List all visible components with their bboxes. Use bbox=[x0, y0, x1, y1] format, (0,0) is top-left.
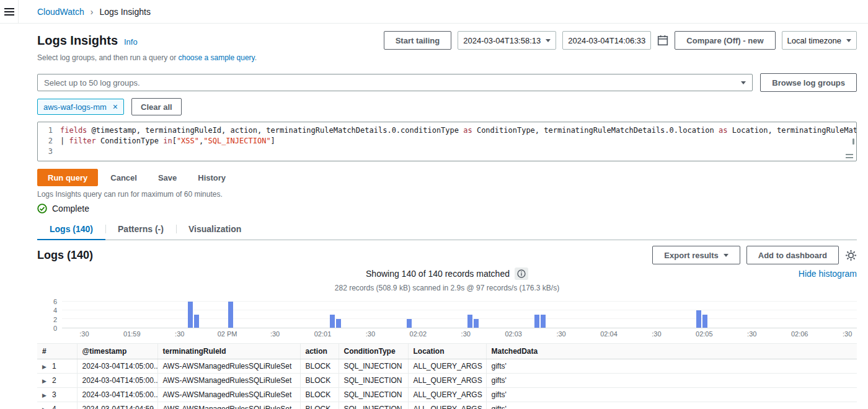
x-tick-label: :30 bbox=[556, 330, 565, 338]
clear-all-button[interactable]: Clear all bbox=[131, 98, 182, 115]
save-button[interactable]: Save bbox=[149, 169, 185, 186]
editor-scrollbar-thumb[interactable] bbox=[852, 138, 854, 145]
date-range-start-value: 2024-03-04T13:58:13 bbox=[463, 36, 541, 45]
column-header-terminatingruleid[interactable]: terminatingRuleId bbox=[157, 344, 300, 359]
histogram-bar[interactable] bbox=[534, 315, 539, 328]
breadcrumb-logs-insights[interactable]: Logs Insights bbox=[99, 7, 151, 17]
x-tick-label: :30 bbox=[747, 330, 756, 338]
breadcrumb-cloudwatch[interactable]: CloudWatch bbox=[37, 7, 84, 17]
row-expander-icon[interactable]: ▶ bbox=[42, 378, 46, 384]
start-tailing-button[interactable]: Start tailing bbox=[384, 31, 452, 50]
x-tick-label: :30 bbox=[79, 330, 89, 338]
tab-visualization[interactable]: Visualization bbox=[176, 218, 254, 240]
row-expander-icon[interactable]: ▶ bbox=[42, 364, 46, 370]
query-line[interactable]: 3 bbox=[38, 146, 856, 157]
query-status: Complete bbox=[37, 204, 857, 213]
table-row[interactable]: ▶42024-03-04T14:04:59...AWS-AWSManagedRu… bbox=[37, 402, 857, 409]
histogram-bar[interactable] bbox=[228, 302, 233, 328]
column-header-timestamp[interactable]: @timestamp bbox=[77, 344, 157, 359]
log-group-token-label: aws-waf-logs-mm bbox=[43, 102, 107, 112]
x-tick-label: :30 bbox=[366, 330, 375, 338]
log-group-token: aws-waf-logs-mm × bbox=[37, 99, 124, 115]
histogram-bar[interactable] bbox=[336, 319, 341, 328]
calendar-icon bbox=[657, 35, 668, 46]
x-tick-label: 02:03 bbox=[505, 330, 522, 338]
table-row[interactable]: ▶12024-03-04T14:05:00...AWS-AWSManagedRu… bbox=[37, 359, 857, 374]
x-tick-label: :30 bbox=[843, 330, 852, 338]
date-range-end-value: 2024-03-04T14:06:33 bbox=[568, 36, 645, 45]
records-matched-text: Showing 140 of 140 records matched bbox=[366, 269, 510, 279]
results-table-body: ▶12024-03-04T14:05:00...AWS-AWSManagedRu… bbox=[37, 359, 857, 409]
breadcrumb-separator-icon: › bbox=[91, 7, 94, 17]
row-number: 2 bbox=[52, 376, 56, 385]
query-line[interactable]: 1fields @timestamp, terminatingRuleId, a… bbox=[38, 125, 856, 136]
histogram-bar[interactable] bbox=[696, 310, 701, 328]
results-table: #@timestampterminatingRuleIdactionCondit… bbox=[37, 343, 857, 409]
histogram-plot bbox=[62, 297, 857, 328]
column-header-location[interactable]: Location bbox=[408, 344, 486, 359]
sample-query-link[interactable]: choose a sample query bbox=[178, 53, 254, 62]
info-icon bbox=[517, 269, 526, 278]
info-link[interactable]: Info bbox=[124, 37, 138, 47]
cell-action: BLOCK bbox=[300, 359, 339, 374]
date-range-start-field[interactable]: 2024-03-04T13:58:13 bbox=[458, 31, 556, 50]
histogram-bar[interactable] bbox=[541, 315, 546, 328]
gridline bbox=[62, 310, 857, 310]
x-tick-label: 02:04 bbox=[600, 330, 618, 338]
table-row[interactable]: ▶32024-03-04T14:05:00...AWS-AWSManagedRu… bbox=[37, 388, 857, 402]
cell-matched-data: gifts' bbox=[486, 402, 857, 409]
remove-token-icon[interactable]: × bbox=[113, 102, 118, 111]
tab-logs[interactable]: Logs (140) bbox=[37, 218, 105, 240]
cell-action: BLOCK bbox=[300, 402, 339, 409]
cell-matched-data: gifts' bbox=[486, 388, 857, 402]
histogram-bar[interactable] bbox=[194, 315, 199, 328]
histogram-bar[interactable] bbox=[702, 315, 707, 328]
breadcrumb: CloudWatch › Logs Insights bbox=[37, 7, 151, 17]
histogram-bar[interactable] bbox=[467, 315, 472, 328]
histogram-x-axis: :3001:59:3002 PM:3002:01:3002:02:3002:03… bbox=[62, 328, 857, 338]
cancel-button[interactable]: Cancel bbox=[102, 169, 146, 186]
settings-button[interactable] bbox=[845, 249, 857, 261]
calendar-button[interactable] bbox=[657, 35, 668, 46]
query-editor[interactable]: 1fields @timestamp, terminatingRuleId, a… bbox=[37, 122, 857, 161]
line-number: 2 bbox=[38, 136, 60, 146]
results-panel-title: Logs (140) bbox=[37, 249, 93, 262]
editor-resize-handle-icon[interactable] bbox=[846, 154, 853, 158]
row-number: 1 bbox=[52, 362, 56, 371]
cell-matched-data: gifts' bbox=[486, 374, 857, 388]
table-row[interactable]: ▶22024-03-04T14:05:00...AWS-AWSManagedRu… bbox=[37, 374, 857, 388]
nav-menu-button[interactable] bbox=[0, 0, 19, 24]
histogram-bar[interactable] bbox=[330, 315, 335, 328]
date-range-end-field[interactable]: 2024-03-04T14:06:33 bbox=[562, 31, 651, 50]
column-header-matcheddata[interactable]: MatchedData bbox=[486, 344, 857, 359]
cell-location: ALL_QUERY_ARGS bbox=[408, 359, 486, 374]
x-tick-label: 02 PM bbox=[218, 330, 237, 338]
cell-timestamp: 2024-03-04T14:05:00... bbox=[77, 374, 157, 388]
histogram-bar[interactable] bbox=[474, 319, 479, 328]
histogram-main: :3001:59:3002 PM:3002:01:3002:02:3002:03… bbox=[62, 297, 857, 338]
tab-patterns[interactable]: Patterns (-) bbox=[105, 218, 176, 240]
add-to-dashboard-button[interactable]: Add to dashboard bbox=[746, 246, 839, 264]
export-results-button[interactable]: Export results bbox=[652, 246, 740, 264]
browse-log-groups-button[interactable]: Browse log groups bbox=[760, 73, 857, 92]
history-button[interactable]: History bbox=[189, 169, 234, 186]
compare-button[interactable]: Compare (Off) - new bbox=[675, 31, 775, 50]
run-query-button[interactable]: Run query bbox=[37, 169, 98, 186]
histogram-bar[interactable] bbox=[407, 319, 412, 328]
log-group-select[interactable]: Select up to 50 log groups. bbox=[37, 74, 753, 91]
results-panel-header: Logs (140) Export results Add to dashboa… bbox=[37, 245, 857, 265]
query-line[interactable]: 2| filter ConditionType in["XSS","SQL_IN… bbox=[38, 136, 856, 146]
histogram-bar[interactable] bbox=[188, 302, 193, 328]
row-expander-icon[interactable]: ▶ bbox=[42, 407, 46, 409]
column-header-action[interactable]: action bbox=[300, 344, 339, 359]
x-tick-label: 02:01 bbox=[314, 330, 332, 338]
y-tick-label: 0 bbox=[53, 325, 57, 332]
matched-info-button[interactable] bbox=[515, 267, 528, 280]
row-expander-icon[interactable]: ▶ bbox=[42, 392, 46, 398]
timezone-select[interactable]: Local timezone bbox=[782, 31, 857, 50]
column-header-conditiontype[interactable]: ConditionType bbox=[339, 344, 408, 359]
column-header-[interactable]: # bbox=[37, 344, 77, 359]
cell-location: ALL_QUERY_ARGS bbox=[408, 388, 486, 402]
query-actions-row: Run query Cancel Save History bbox=[37, 169, 857, 186]
hide-histogram-link[interactable]: Hide histogram bbox=[799, 269, 857, 279]
